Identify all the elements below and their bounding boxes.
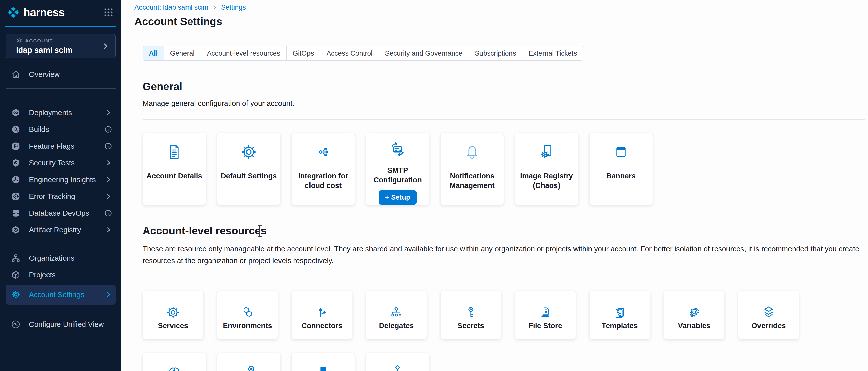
hexagons-icon bbox=[240, 291, 255, 321]
engineering-insights-icon bbox=[11, 175, 20, 184]
card-environments[interactable]: Environments bbox=[217, 291, 278, 339]
sidebar-item-organizations[interactable]: Organizations bbox=[0, 250, 121, 266]
card-delegates[interactable]: Delegates bbox=[366, 291, 427, 339]
card-integration-for-cloud-cost[interactable]: Integration for cloud cost bbox=[291, 133, 355, 205]
banner-window-icon bbox=[612, 133, 630, 171]
card-default-settings[interactable]: Default Settings bbox=[217, 133, 281, 205]
organizations-icon bbox=[11, 254, 20, 263]
tab-general[interactable]: General bbox=[164, 46, 201, 60]
info-icon[interactable] bbox=[104, 126, 112, 133]
section-divider bbox=[143, 119, 865, 120]
builds-icon bbox=[11, 125, 20, 134]
section-description-account-level-resources: These are resource only manageable at th… bbox=[143, 243, 865, 266]
tab-security-and-governance[interactable]: Security and Governance bbox=[379, 46, 469, 60]
sidebar-divider bbox=[6, 310, 116, 310]
tab-gitops[interactable]: GitOps bbox=[287, 46, 320, 60]
feature-flags-icon bbox=[11, 142, 20, 151]
app-grid-icon[interactable] bbox=[103, 7, 114, 18]
templates-stack-icon bbox=[612, 291, 627, 321]
chevron-right-icon bbox=[105, 193, 112, 200]
artifact-registry-icon bbox=[11, 225, 20, 234]
harness-logo-icon bbox=[6, 5, 21, 20]
account-switcher[interactable]: ACCOUNT ldap saml scim bbox=[6, 34, 116, 58]
card-overflow-2[interactable]: Feature bbox=[217, 353, 281, 371]
card-image-registry-chaos[interactable]: Image Registry (Chaos) bbox=[515, 133, 578, 205]
projects-icon bbox=[11, 270, 20, 279]
sidebar-item-deployments[interactable]: Deployments bbox=[0, 104, 121, 121]
card-account-details[interactable]: Account Details bbox=[143, 133, 206, 205]
tab-account-level-resources[interactable]: Account-level resources bbox=[201, 46, 287, 60]
sidebar-item-feature-flags[interactable]: Feature Flags bbox=[0, 138, 121, 155]
sidebar-item-database-devops[interactable]: Database DevOps bbox=[0, 205, 121, 222]
sidebar-item-security-tests[interactable]: Security Tests bbox=[0, 155, 121, 171]
sidebar-item-configure-unified-view[interactable]: Configure Unified View bbox=[0, 316, 121, 333]
main-content: Account: ldap saml scim Settings Account… bbox=[121, 0, 868, 371]
breadcrumb-account-link[interactable]: Account: ldap saml scim bbox=[134, 4, 208, 11]
sidebar-accent-rule bbox=[5, 26, 116, 27]
card-banners[interactable]: Banners bbox=[589, 133, 653, 205]
key-diagonal-icon bbox=[240, 353, 257, 371]
card-connectors[interactable]: Connectors bbox=[291, 291, 352, 339]
sidebar-divider bbox=[6, 88, 116, 89]
info-icon[interactable] bbox=[104, 142, 112, 150]
tab-subscriptions[interactable]: Subscriptions bbox=[469, 46, 522, 60]
tab-external-tickets[interactable]: External Tickets bbox=[522, 46, 583, 60]
smtp-server-sync-icon bbox=[389, 133, 406, 165]
gear-icon bbox=[240, 133, 257, 171]
breadcrumb: Account: ldap saml scim Settings bbox=[134, 4, 868, 11]
sidebar-header: harness bbox=[0, 0, 121, 20]
resources-cards-row: Services Environments Connectors Delegat… bbox=[143, 291, 865, 339]
chain-links-icon bbox=[166, 353, 183, 371]
card-file-store[interactable]: File Store bbox=[515, 291, 576, 339]
account-name: ldap saml scim bbox=[16, 46, 72, 55]
card-notifications-management[interactable]: Notifications Management bbox=[440, 133, 504, 205]
security-tests-icon bbox=[11, 158, 20, 167]
error-tracking-icon bbox=[11, 192, 20, 201]
harness-logo-text: harness bbox=[23, 6, 65, 19]
page-title: Account Settings bbox=[134, 15, 868, 28]
card-overflow-3[interactable] bbox=[291, 353, 355, 371]
card-smtp-configuration[interactable]: SMTP Configuration + Setup bbox=[366, 133, 429, 205]
general-cards-row: Account Details Default Settings Integra… bbox=[143, 133, 865, 205]
sidebar-item-overview[interactable]: Overview bbox=[0, 66, 121, 83]
sidebar-item-engineering-insights[interactable]: Engineering Insights bbox=[0, 171, 121, 188]
chevron-right-icon bbox=[102, 42, 109, 50]
stacked-squares-icon bbox=[315, 353, 332, 371]
text-cursor-pointer bbox=[257, 225, 262, 237]
breadcrumb-settings-link[interactable]: Settings bbox=[221, 4, 246, 11]
card-overrides[interactable]: Overrides bbox=[738, 291, 799, 339]
sidebar-item-artifact-registry[interactable]: Artifact Registry bbox=[0, 222, 121, 238]
section-heading-general: General bbox=[143, 80, 865, 93]
card-overflow-1[interactable] bbox=[143, 353, 206, 371]
sidebar-item-account-settings[interactable]: Account Settings bbox=[6, 285, 116, 305]
card-services[interactable]: Services bbox=[143, 291, 204, 339]
sidebar-divider bbox=[6, 244, 116, 244]
harness-account-settings-page: harness ACCOUNT ldap saml scim bbox=[0, 0, 868, 371]
section-heading-account-level-resources: Account-level resources bbox=[143, 225, 865, 237]
card-secrets[interactable]: Secrets bbox=[440, 291, 501, 339]
info-icon[interactable] bbox=[104, 209, 112, 217]
card-overflow-4[interactable]: DDOP bbox=[366, 353, 429, 371]
layers-icon bbox=[761, 291, 776, 321]
sidebar-item-projects[interactable]: Projects bbox=[0, 266, 121, 283]
harness-logo[interactable]: harness bbox=[6, 5, 65, 20]
section-divider bbox=[143, 278, 865, 278]
chevron-right-icon bbox=[212, 5, 218, 10]
gear-icon bbox=[166, 291, 180, 321]
gear-sync-icon bbox=[687, 291, 702, 321]
smtp-setup-button[interactable]: + Setup bbox=[379, 190, 417, 205]
sidebar-item-error-tracking[interactable]: Error Tracking bbox=[0, 188, 121, 205]
chevron-right-icon bbox=[105, 291, 112, 298]
wrench-circle-icon bbox=[11, 320, 20, 329]
fork-arrows-icon bbox=[315, 291, 329, 321]
deployments-icon bbox=[11, 108, 20, 117]
sidebar-item-builds[interactable]: Builds bbox=[0, 121, 121, 138]
sidebar-nav: Overview Deployments Builds Feature Flag… bbox=[0, 66, 121, 333]
tab-all[interactable]: All bbox=[143, 46, 164, 60]
org-chart-icon bbox=[389, 353, 406, 371]
org-chart-icon bbox=[389, 291, 404, 321]
card-templates[interactable]: Templates bbox=[589, 291, 650, 339]
chevron-right-icon bbox=[105, 226, 112, 233]
card-variables[interactable]: Variables bbox=[664, 291, 725, 339]
tab-access-control[interactable]: Access Control bbox=[320, 46, 379, 60]
